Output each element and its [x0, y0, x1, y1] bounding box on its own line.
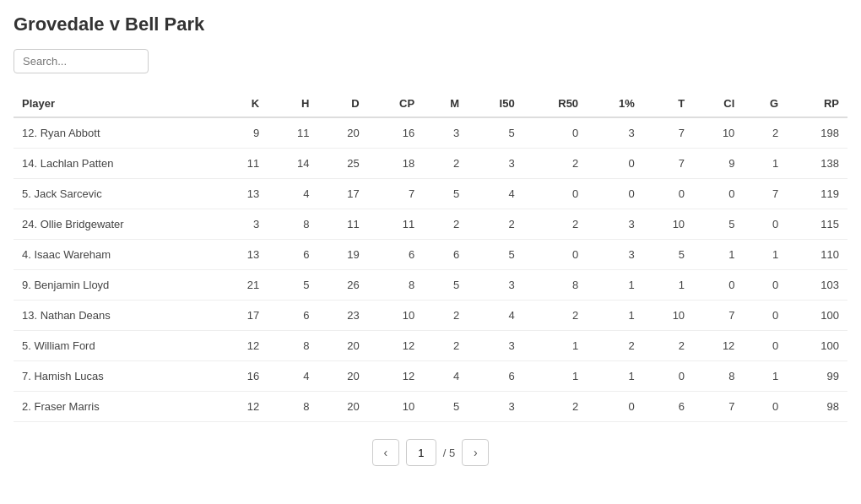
cell-g: 2 [743, 117, 787, 149]
table-row: 14. Lachlan Patten111425182320791138 [14, 149, 847, 179]
cell-t: 2 [643, 331, 693, 361]
cell-t: 5 [643, 240, 693, 270]
cell-player: 12. Ryan Abbott [14, 117, 218, 149]
cell-m: 3 [423, 117, 468, 149]
cell-player: 7. Hamish Lucas [14, 361, 218, 392]
cell-d: 19 [317, 240, 367, 270]
cell-h: 8 [268, 331, 317, 361]
cell-m: 2 [423, 331, 468, 361]
cell-cl: 7 [693, 301, 743, 331]
cell-cp: 12 [368, 361, 423, 392]
page-title: Grovedale v Bell Park [14, 14, 847, 35]
col-header-g: G [743, 90, 787, 117]
cell-cp: 7 [368, 179, 423, 209]
cell-t: 0 [643, 179, 693, 209]
cell-r50: 0 [523, 240, 587, 270]
cell-cp: 16 [368, 117, 423, 149]
cell-r50: 2 [523, 209, 587, 240]
cell-cl: 10 [693, 117, 743, 149]
cell-t: 1 [643, 270, 693, 301]
cell-g: 1 [743, 240, 787, 270]
cell-i50: 6 [468, 361, 523, 392]
cell-t: 0 [643, 361, 693, 392]
cell-m: 4 [423, 361, 468, 392]
table-header: PlayerKHDCPMI50R501%TClGRP [14, 90, 847, 117]
cell-g: 0 [743, 209, 787, 240]
page-number-input[interactable] [406, 439, 436, 466]
cell-cl: 0 [693, 179, 743, 209]
cell-m: 2 [423, 149, 468, 179]
cell-k: 21 [218, 270, 268, 301]
total-pages-label: / 5 [443, 447, 455, 459]
cell-pct: 1 [587, 361, 643, 392]
cell-pct: 1 [587, 301, 643, 331]
table-row: 2. Fraser Marris1282010532067098 [14, 392, 847, 422]
cell-cl: 0 [693, 270, 743, 301]
col-header-r50: R50 [523, 90, 587, 117]
cell-g: 0 [743, 392, 787, 422]
cell-rp: 198 [787, 117, 847, 149]
col-header-t: T [643, 90, 693, 117]
cell-player: 4. Isaac Wareham [14, 240, 218, 270]
cell-player: 5. William Ford [14, 331, 218, 361]
cell-t: 6 [643, 392, 693, 422]
cell-rp: 110 [787, 240, 847, 270]
cell-pct: 0 [587, 392, 643, 422]
cell-k: 13 [218, 179, 268, 209]
col-header-m: M [423, 90, 468, 117]
cell-cl: 5 [693, 209, 743, 240]
cell-rp: 100 [787, 301, 847, 331]
cell-i50: 4 [468, 301, 523, 331]
cell-player: 24. Ollie Bridgewater [14, 209, 218, 240]
cell-pct: 3 [587, 240, 643, 270]
cell-pct: 0 [587, 149, 643, 179]
cell-t: 10 [643, 301, 693, 331]
cell-h: 6 [268, 240, 317, 270]
cell-cl: 1 [693, 240, 743, 270]
cell-r50: 0 [523, 117, 587, 149]
cell-i50: 3 [468, 392, 523, 422]
cell-cp: 6 [368, 240, 423, 270]
search-container [14, 49, 847, 73]
cell-player: 2. Fraser Marris [14, 392, 218, 422]
cell-cp: 10 [368, 301, 423, 331]
cell-player: 13. Nathan Deans [14, 301, 218, 331]
cell-cp: 10 [368, 392, 423, 422]
cell-h: 8 [268, 392, 317, 422]
cell-d: 26 [317, 270, 367, 301]
cell-t: 7 [643, 117, 693, 149]
cell-m: 5 [423, 270, 468, 301]
table-row: 13. Nathan Deans176231024211070100 [14, 301, 847, 331]
cell-d: 23 [317, 301, 367, 331]
table-row: 24. Ollie Bridgewater38111122231050115 [14, 209, 847, 240]
cell-i50: 2 [468, 209, 523, 240]
cell-d: 25 [317, 149, 367, 179]
cell-cp: 18 [368, 149, 423, 179]
table-row: 12. Ryan Abbott911201635037102198 [14, 117, 847, 149]
cell-k: 9 [218, 117, 268, 149]
cell-d: 20 [317, 361, 367, 392]
cell-i50: 3 [468, 149, 523, 179]
cell-m: 5 [423, 392, 468, 422]
cell-r50: 1 [523, 361, 587, 392]
next-page-button[interactable]: › [462, 439, 489, 466]
cell-player: 14. Lachlan Patten [14, 149, 218, 179]
search-input[interactable] [14, 49, 149, 73]
table-body: 12. Ryan Abbott91120163503710219814. Lac… [14, 117, 847, 422]
cell-g: 0 [743, 301, 787, 331]
cell-cp: 12 [368, 331, 423, 361]
cell-rp: 103 [787, 270, 847, 301]
cell-rp: 119 [787, 179, 847, 209]
cell-cl: 12 [693, 331, 743, 361]
cell-h: 5 [268, 270, 317, 301]
cell-rp: 100 [787, 331, 847, 361]
cell-cl: 9 [693, 149, 743, 179]
cell-k: 12 [218, 392, 268, 422]
cell-r50: 0 [523, 179, 587, 209]
col-header-player: Player [14, 90, 218, 117]
col-header-pct: 1% [587, 90, 643, 117]
cell-g: 7 [743, 179, 787, 209]
prev-page-button[interactable]: ‹ [372, 439, 399, 466]
cell-player: 5. Jack Sarcevic [14, 179, 218, 209]
cell-h: 4 [268, 361, 317, 392]
